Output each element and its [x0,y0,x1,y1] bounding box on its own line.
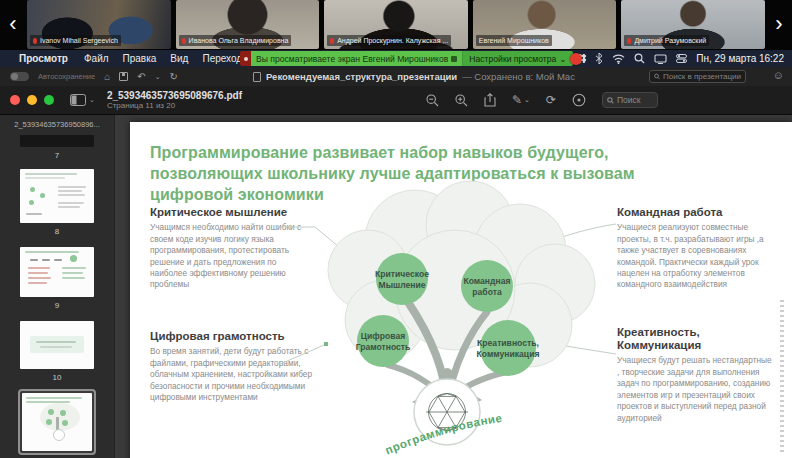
bluetooth-icon[interactable] [595,53,603,64]
zoom-in-button[interactable] [455,94,468,107]
flower-petals [328,181,595,367]
notification-badge [570,53,582,65]
page-indicator: Страница 11 из 20 [107,101,242,110]
muted-mic-icon [627,38,631,44]
view-options-button[interactable]: Настройки просмотра ⌄ [462,51,572,66]
document-save-status: — Сохранено в: Мой Mac [462,71,575,82]
smiley-icon[interactable]: ☺ [773,69,784,81]
screen: ‹ Ivanov Mihail Sergeevich Иванова Ольга… [0,0,792,458]
slide-title: Программирование развивает набор навыков… [150,142,710,205]
share-button[interactable] [484,93,496,107]
undo-icon[interactable]: ↶ [137,72,145,82]
pdf-sidebar: 2_53934635736950896... 7 8 [0,115,115,458]
home-icon[interactable]: ⌂ [104,72,110,82]
view-options-label: Настройки просмотра [469,54,556,64]
page-number: 8 [55,227,59,236]
save-icon[interactable] [119,72,128,81]
page-11-thumbnail-selected[interactable] [18,389,96,455]
chevron-down-icon: ⌄ [559,54,566,64]
display-icon[interactable] [654,54,667,64]
participant-name: Дмитрий Разумовский [634,36,706,45]
search-placeholder: Поиск в презентации [663,72,741,81]
speaker-icon [451,56,457,62]
sidebar-icon [70,94,86,106]
close-window-button[interactable] [10,95,20,105]
circle-label: Креативность, [477,338,539,348]
next-participants-arrow-icon[interactable]: › [768,10,790,40]
page-7-thumbnail[interactable] [20,135,94,147]
file-info: 2_5393463573695089676.pdf Страница 11 из… [107,90,242,111]
page-9-thumbnail[interactable] [20,247,94,297]
menu-view[interactable]: Вид [163,53,195,64]
participant-name-bar: Дмитрий Разумовский [624,35,709,46]
svg-text:ЦифроваяГрамотность: ЦифроваяГрамотность [356,331,411,352]
zoom-window-button[interactable] [44,95,54,105]
search-icon[interactable] [634,53,645,64]
circle-label: Коммуникация [477,349,540,359]
stop-share-icon[interactable] [240,51,251,66]
window-controls [10,95,54,105]
search-icon [654,73,660,80]
prev-participants-arrow-icon[interactable]: ‹ [2,10,24,40]
sidebar-toggle-button[interactable]: ⌄ [70,94,95,106]
menu-clock[interactable]: Пн, 29 марта 16:22 [696,53,786,64]
svg-text:КритическоеМышление: КритическоеМышление [375,269,429,290]
section-body: Учащиеся будут решать нестандартные , тв… [617,355,775,424]
pdf-search-input[interactable]: Поиск [602,92,658,108]
screen-share-banner: Вы просматриваете экран Евгений Мирошник… [240,51,582,66]
document-icon [253,72,261,82]
control-center-icon[interactable] [676,54,687,63]
markup-toolbar-button[interactable] [572,93,586,107]
geodesic-icon [426,394,468,431]
search-placeholder: Поиск [617,95,641,105]
svg-text:Команднаяработа: Команднаяработа [463,276,510,297]
section-body: Во время занятий, дети будут работать с … [150,346,314,403]
page-number: 7 [55,151,59,160]
page-10-thumbnail[interactable] [20,321,94,369]
menu-app-name[interactable]: Просмотр [12,53,77,64]
participant-name-bar: Иванова Ольга Владимировна [179,35,292,46]
skill-circles [357,253,536,376]
share-banner-label: Вы просматриваете экран Евгений Мирошник… [256,54,448,64]
root-node [414,379,480,445]
muted-mic-icon [182,38,186,44]
section-digital-literacy: Цифровая грамотность Во время занятий, д… [150,330,314,403]
pdf-toolbar: ⌄ 2_5393463573695089676.pdf Страница 11 … [0,86,792,115]
share-banner-text: Вы просматриваете экран Евгений Мирошник… [251,51,462,66]
muted-mic-icon [33,38,37,44]
menu-file[interactable]: Файл [77,53,116,64]
sidebar-filename: 2_53934635736950896... [14,120,100,129]
participant-video[interactable]: Ivanov Mihail Sergeevich [27,0,171,49]
circle-label: Грамотность [356,342,411,352]
menu-edit[interactable]: Правка [116,53,164,64]
rotate-button[interactable]: ⟳ [546,94,556,106]
markup-pencil-button[interactable]: ✎ ⌄ [512,94,530,106]
participant-video[interactable]: Иванова Ольга Владимировна [176,0,320,49]
connector-lines [278,224,616,364]
circle-label: Мышление [378,280,425,290]
video-strip: ‹ Ivanov Mihail Sergeevich Иванова Ольга… [0,0,792,50]
slide-page-11: Программирование развивает набор навыков… [130,122,792,458]
chevron-down-icon[interactable]: ⌄ [155,72,161,82]
tree-leaves [412,391,482,408]
section-heading: Критическое мышление [150,206,314,219]
participant-name: Андрей Проскурнин. Калужская ... [337,36,448,45]
participant-name: Ivanov Mihail Sergeevich [40,36,118,45]
document-title-cluster: Рекомендуемая_структура_презентации — Со… [253,67,575,86]
presentation-search-input[interactable]: Поиск в презентации [649,70,746,83]
pdf-filename: 2_5393463573695089676.pdf [107,90,242,102]
autosave-toggle[interactable] [10,72,29,81]
participant-name-bar: Ivanov Mihail Sergeevich [30,35,121,46]
zoom-out-button[interactable] [426,94,439,107]
participant-video[interactable]: Дмитрий Разумовский [621,0,765,49]
participant-video[interactable]: Андрей Проскурнин. Калужская ... [324,0,468,49]
chevron-down-icon: ⌄ [89,96,95,104]
section-body: Учащиеся реализуют совместные проекты, в… [617,222,777,291]
redo-icon[interactable]: ↻ [170,72,178,82]
editor-toolbar: Автосохранение ⌂ ↶ ⌄ ↻ Рекомендуемая_стр… [0,67,792,86]
minimize-window-button[interactable] [27,95,37,105]
pdf-window-body: 2_53934635736950896... 7 8 [0,115,792,458]
page-8-thumbnail[interactable] [20,169,94,223]
wifi-icon[interactable] [612,54,625,64]
participant-video[interactable]: Евгений Мирошников [473,0,617,49]
